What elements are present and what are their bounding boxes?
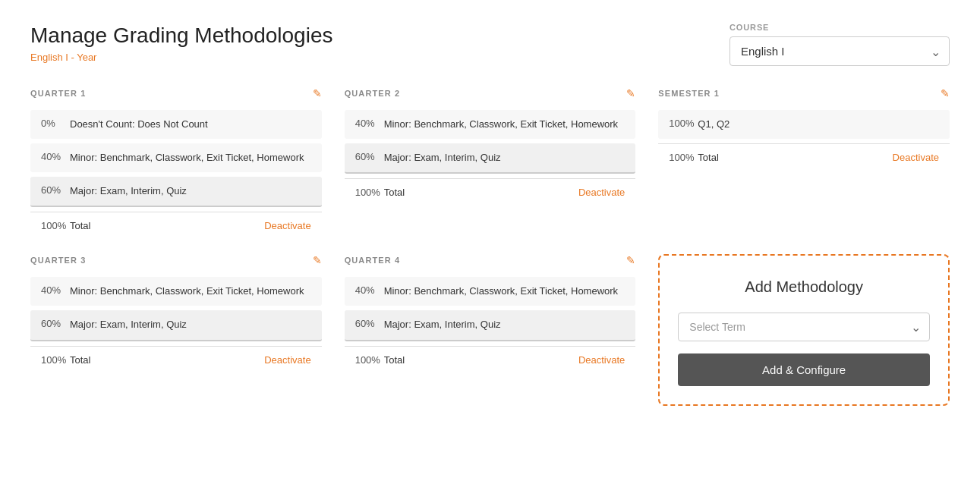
total-row-q3: 100% Total Deactivate <box>30 346 322 370</box>
course-label: COURSE <box>729 23 769 32</box>
grade-row: 0% Doesn't Count: Does Not Count <box>30 110 322 139</box>
grade-row: 40% Minor: Benchmark, Classwork, Exit Ti… <box>345 277 636 306</box>
deactivate-button-q1[interactable]: Deactivate <box>264 220 310 231</box>
total-label: Total <box>384 354 578 366</box>
quarter-title-q3: QUARTER 3 <box>30 256 86 265</box>
grade-desc: Doesn't Count: Does Not Count <box>70 118 208 131</box>
select-term-wrapper: Select Term Quarter 1 Quarter 2 Quarter … <box>678 313 930 341</box>
grade-row: 60% Major: Exam, Interim, Quiz <box>345 310 636 341</box>
total-pct: 100% <box>355 354 384 366</box>
total-pct: 100% <box>41 220 70 231</box>
edit-icon-q4[interactable]: ✎ <box>626 254 635 266</box>
course-selector: COURSE English I English II Math I Math … <box>729 23 950 66</box>
select-term-dropdown[interactable]: Select Term Quarter 1 Quarter 2 Quarter … <box>678 313 930 341</box>
quarter-panel-q2: QUARTER 2 ✎ 40% Minor: Benchmark, Classw… <box>345 87 636 237</box>
grade-desc: Minor: Benchmark, Classwork, Exit Ticket… <box>384 284 618 298</box>
deactivate-button-q4[interactable]: Deactivate <box>578 354 625 366</box>
grade-pct: 60% <box>41 318 70 329</box>
total-pct: 100% <box>355 187 384 198</box>
grade-desc: Q1, Q2 <box>698 118 729 131</box>
grade-row: 60% Major: Exam, Interim, Quiz <box>345 143 636 174</box>
course-dropdown[interactable]: English I English II Math I Math II <box>729 36 950 66</box>
edit-icon-q3[interactable]: ✎ <box>313 254 322 266</box>
edit-icon-q2[interactable]: ✎ <box>626 87 635 99</box>
grade-desc: Major: Exam, Interim, Quiz <box>70 318 187 331</box>
quarter-panel-s1: SEMESTER 1 ✎ 100% Q1, Q2 100% Total Deac… <box>658 87 950 237</box>
grade-row: 40% Minor: Benchmark, Classwork, Exit Ti… <box>30 277 322 306</box>
deactivate-button-q2[interactable]: Deactivate <box>578 187 625 198</box>
grade-pct: 40% <box>355 284 384 296</box>
quarters-grid: QUARTER 1 ✎ 0% Doesn't Count: Does Not C… <box>30 87 950 407</box>
total-row-q2: 100% Total Deactivate <box>345 178 636 203</box>
grade-pct: 60% <box>355 151 384 162</box>
page-title: Manage Grading Methodologies <box>30 23 332 49</box>
quarter-panel-q1: QUARTER 1 ✎ 0% Doesn't Count: Does Not C… <box>30 87 322 237</box>
total-label: Total <box>70 354 264 366</box>
grade-desc: Major: Exam, Interim, Quiz <box>70 184 187 198</box>
quarter-panel-q4: QUARTER 4 ✎ 40% Minor: Benchmark, Classw… <box>345 254 636 406</box>
grade-row: 40% Minor: Benchmark, Classwork, Exit Ti… <box>30 143 322 172</box>
deactivate-button-q3[interactable]: Deactivate <box>264 354 310 366</box>
grade-row: 60% Major: Exam, Interim, Quiz <box>30 310 322 341</box>
grade-pct: 60% <box>355 318 384 329</box>
edit-icon-s1[interactable]: ✎ <box>941 87 950 99</box>
total-label: Total <box>384 187 578 198</box>
quarter-panel-q3: QUARTER 3 ✎ 40% Minor: Benchmark, Classw… <box>30 254 322 406</box>
grade-pct: 40% <box>41 284 70 296</box>
add-methodology-title: Add Methodology <box>745 278 863 296</box>
course-dropdown-wrapper: English I English II Math I Math II ⌄ <box>729 36 950 66</box>
grade-desc: Minor: Benchmark, Classwork, Exit Ticket… <box>70 284 304 298</box>
grade-pct: 40% <box>41 151 70 162</box>
grade-desc: Major: Exam, Interim, Quiz <box>384 318 501 331</box>
grade-row: 60% Major: Exam, Interim, Quiz <box>30 177 322 207</box>
total-row-q1: 100% Total Deactivate <box>30 212 322 236</box>
grade-pct: 0% <box>41 118 70 129</box>
quarter-title-q1: QUARTER 1 <box>30 89 86 98</box>
grade-pct: 40% <box>355 118 384 129</box>
add-configure-button[interactable]: Add & Configure <box>678 353 930 386</box>
total-row-s1: 100% Total Deactivate <box>658 143 950 168</box>
grade-row: 40% Minor: Benchmark, Classwork, Exit Ti… <box>345 110 636 139</box>
grade-desc: Minor: Benchmark, Classwork, Exit Ticket… <box>384 118 618 131</box>
total-pct: 100% <box>669 152 698 163</box>
deactivate-button-s1[interactable]: Deactivate <box>893 152 939 163</box>
grade-desc: Major: Exam, Interim, Quiz <box>384 151 501 165</box>
grade-desc: Minor: Benchmark, Classwork, Exit Ticket… <box>70 151 304 165</box>
total-pct: 100% <box>41 354 70 366</box>
grade-row: 100% Q1, Q2 <box>658 110 950 139</box>
total-label: Total <box>70 220 264 231</box>
quarter-title-q2: QUARTER 2 <box>345 89 400 98</box>
grade-pct: 60% <box>41 184 70 196</box>
page-subtitle: English I - Year <box>30 52 332 63</box>
total-label: Total <box>698 152 892 163</box>
quarter-title-q4: QUARTER 4 <box>345 256 400 265</box>
total-row-q4: 100% Total Deactivate <box>345 346 636 370</box>
add-methodology-panel: Add Methodology Select Term Quarter 1 Qu… <box>658 254 950 406</box>
grade-pct: 100% <box>669 118 698 129</box>
edit-icon-q1[interactable]: ✎ <box>313 87 322 99</box>
quarter-title-s1: SEMESTER 1 <box>658 89 720 98</box>
